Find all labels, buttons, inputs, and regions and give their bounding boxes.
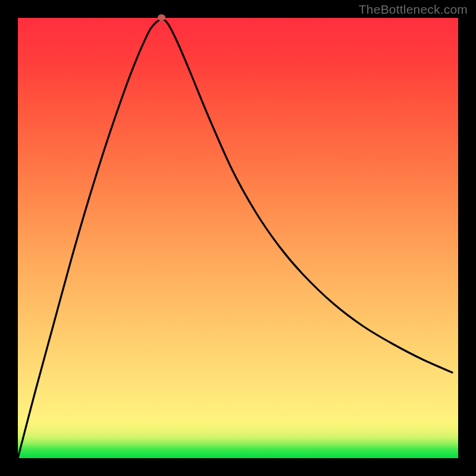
chart-frame: TheBottleneck.com (0, 0, 476, 476)
watermark-text: TheBottleneck.com (359, 2, 468, 17)
bottleneck-curve-svg (18, 18, 458, 458)
bottleneck-curve-path (18, 19, 452, 458)
minimum-marker (158, 14, 165, 21)
